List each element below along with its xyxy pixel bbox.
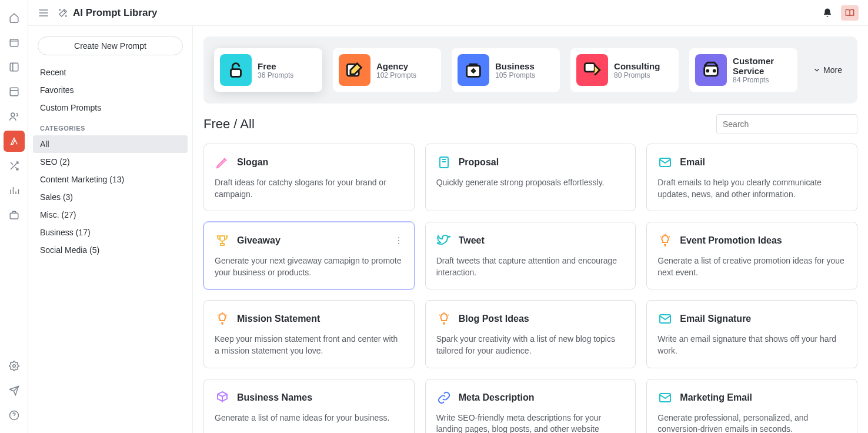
svg-rect-1: [10, 63, 18, 71]
prompt-card[interactable]: SloganDraft ideas for catchy slogans for…: [203, 144, 415, 211]
sidebar-category-item[interactable]: All: [33, 135, 188, 153]
svg-point-16: [398, 238, 399, 239]
category-icon: [339, 54, 370, 86]
svg-point-3: [11, 113, 14, 116]
rail-help-icon[interactable]: [4, 405, 25, 426]
rail-prompt-library-icon[interactable]: [4, 131, 25, 152]
bulb-icon: [215, 311, 230, 327]
rail-settings-icon[interactable]: [4, 355, 25, 377]
rail-people-icon[interactable]: [4, 106, 25, 127]
more-categories-button[interactable]: More: [808, 65, 847, 75]
prompt-card[interactable]: EmailDraft emails to help you clearly co…: [646, 144, 857, 211]
mail-icon: [657, 311, 673, 327]
svg-rect-0: [10, 39, 18, 46]
prompt-card[interactable]: Mission StatementKeep your mission state…: [203, 300, 415, 368]
prompt-card[interactable]: Meta DescriptionWrite SEO-friendly meta …: [425, 379, 636, 433]
search-input[interactable]: [716, 114, 857, 134]
categories-heading: CATEGORIES: [33, 116, 188, 135]
category-card-agency[interactable]: Agency102 Prompts: [333, 48, 441, 92]
prompt-card[interactable]: Business NamesGenerate a list of name id…: [203, 379, 415, 433]
rail-send-icon[interactable]: [4, 380, 25, 401]
svg-rect-10: [585, 64, 595, 72]
svg-point-18: [398, 243, 399, 244]
rail-shuffle-icon[interactable]: [4, 155, 25, 176]
svg-rect-4: [10, 213, 18, 219]
svg-rect-2: [10, 88, 18, 96]
prompt-card[interactable]: GiveawayGenerate your next giveaway cama…: [203, 222, 415, 289]
bell-icon[interactable]: [822, 8, 833, 18]
svg-rect-7: [231, 69, 241, 77]
prompt-card[interactable]: TweetDraft tweets that capture attention…: [425, 222, 636, 289]
chevron-down-icon: [813, 66, 821, 74]
rail-analytics-icon[interactable]: [4, 180, 25, 201]
pencil-icon: [215, 155, 230, 170]
rail-panel-icon[interactable]: [4, 56, 25, 78]
prompt-card[interactable]: Event Promotion IdeasGenerate a list of …: [646, 222, 857, 289]
category-icon: [220, 54, 252, 86]
svg-point-5: [12, 365, 15, 368]
sidebar-category-item[interactable]: Content Marketing (13): [33, 171, 188, 188]
book-icon: [436, 155, 452, 170]
sidebar-nav-favorites[interactable]: Favorites: [33, 81, 188, 99]
category-card-customer-service[interactable]: Customer Service84 Prompts: [689, 48, 797, 92]
svg-point-13: [713, 70, 715, 72]
category-card-business[interactable]: Business105 Prompts: [452, 48, 560, 92]
sidebar-category-item[interactable]: SEO (2): [33, 153, 188, 171]
create-new-prompt-button[interactable]: Create New Prompt: [38, 36, 183, 55]
sidebar-category-item[interactable]: Social Media (5): [33, 241, 188, 259]
category-card-consulting[interactable]: Consulting80 Prompts: [570, 48, 679, 92]
svg-point-12: [707, 70, 709, 72]
rail-home-icon[interactable]: [4, 7, 25, 28]
sidebar: Create New Prompt RecentFavoritesCustom …: [28, 26, 193, 433]
bulb-icon: [657, 233, 673, 248]
trophy-icon: [215, 233, 230, 248]
topbar: AI Prompt Library: [28, 0, 868, 26]
wand-icon: [58, 8, 68, 18]
category-icon: [695, 54, 727, 86]
sidebar-category-item[interactable]: Misc. (27): [33, 206, 188, 224]
breadcrumb: Free / All: [203, 116, 255, 132]
mail-icon: [657, 390, 673, 405]
rail-layout-icon[interactable]: [4, 81, 25, 102]
category-icon: [576, 54, 608, 86]
book-open-icon[interactable]: [841, 5, 859, 21]
page-title: AI Prompt Library: [58, 7, 158, 19]
prompt-card[interactable]: Blog Post IdeasSpark your creativity wit…: [425, 300, 636, 368]
prompt-card[interactable]: ProposalQuickly generate strong proposal…: [425, 144, 636, 211]
sidebar-category-item[interactable]: Sales (3): [33, 188, 188, 206]
bulb-icon: [436, 311, 452, 327]
bird-icon: [436, 233, 452, 248]
category-icon: [458, 54, 489, 86]
sidebar-nav-custom-prompts[interactable]: Custom Prompts: [33, 99, 188, 116]
more-icon[interactable]: [394, 236, 403, 245]
mail-icon: [657, 155, 673, 170]
cube-icon: [215, 390, 230, 405]
category-cards-row: Free36 PromptsAgency102 PromptsBusiness1…: [203, 36, 857, 104]
rail-calendar-icon[interactable]: [4, 32, 25, 53]
rail-briefcase-icon[interactable]: [4, 205, 25, 226]
sidebar-nav-recent[interactable]: Recent: [33, 64, 188, 81]
svg-point-17: [398, 240, 399, 241]
left-rail: [0, 0, 28, 433]
hamburger-icon[interactable]: [38, 7, 49, 19]
sidebar-category-item[interactable]: Business (17): [33, 224, 188, 241]
link-icon: [436, 390, 452, 405]
prompt-card[interactable]: Email SignatureWrite an email signature …: [646, 300, 857, 368]
prompt-card[interactable]: Marketing EmailGenerate professional, pe…: [646, 379, 857, 433]
category-card-free[interactable]: Free36 Prompts: [214, 48, 322, 92]
